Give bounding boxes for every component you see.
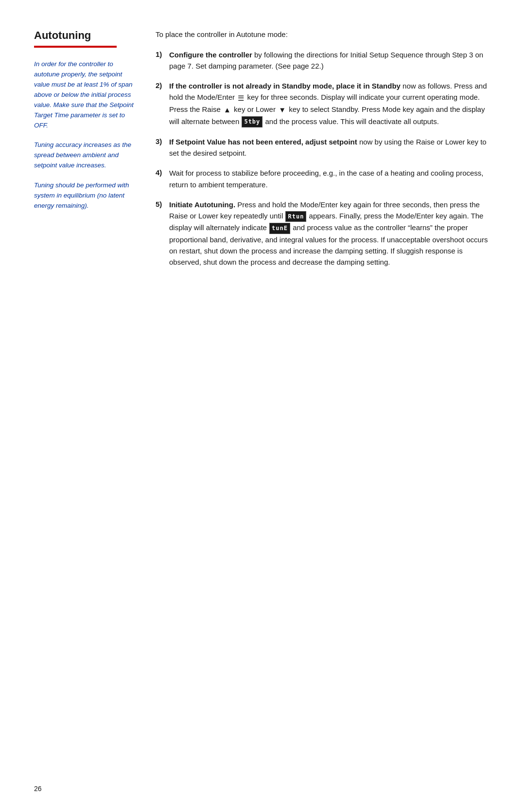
step-2: 2) If the controller is not already in S… — [156, 80, 491, 127]
title-underline — [34, 46, 117, 48]
step-1-bold: Configure the controller — [169, 51, 252, 59]
left-column: Autotuning In order for the controller t… — [34, 29, 151, 783]
steps-list: 1) Configure the controller by following… — [156, 49, 491, 268]
step-2-bold: If the controller is not already in Stan… — [169, 82, 401, 90]
section-title: Autotuning — [34, 29, 136, 42]
intro-text: To place the controller in Autotune mode… — [156, 29, 491, 40]
sidebar-note-3: Tuning should be performed with system i… — [34, 180, 136, 211]
page-number: 26 — [34, 785, 42, 793]
sidebar-note-1: In order for the controller to autotune … — [34, 59, 136, 130]
tune-display: tunE — [269, 223, 290, 234]
lower-icon: ▼ — [279, 104, 286, 115]
raise-icon: ▲ — [224, 104, 231, 115]
sidebar-note-2: Tuning accuracy increases as the spread … — [34, 140, 136, 171]
step-1-number: 1) — [156, 49, 169, 60]
step-1-content: Configure the controller by following th… — [169, 49, 491, 72]
step-2-content: If the controller is not already in Stan… — [169, 80, 491, 127]
step-3-content: If Setpoint Value has not been entered, … — [169, 136, 491, 159]
step-1: 1) Configure the controller by following… — [156, 49, 491, 72]
step-3: 3) If Setpoint Value has not been entere… — [156, 136, 491, 159]
step-3-bold: If Setpoint Value has not been entered, … — [169, 138, 357, 146]
step-2-number: 2) — [156, 80, 169, 91]
stby-display: 5tby — [242, 116, 262, 127]
step-4-content: Wait for process to stabilize before pro… — [169, 167, 491, 190]
step-5-number: 5) — [156, 199, 169, 210]
mode-enter-icon: ☰ — [238, 92, 244, 104]
atun-display: Rtun — [285, 211, 306, 222]
step-5: 5) Initiate Autotuning. Press and hold t… — [156, 199, 491, 268]
content-area: Autotuning In order for the controller t… — [34, 29, 491, 783]
step-4: 4) Wait for process to stabilize before … — [156, 167, 491, 190]
step-3-number: 3) — [156, 136, 169, 147]
step-5-content: Initiate Autotuning. Press and hold the … — [169, 199, 491, 268]
step-5-bold: Initiate Autotuning. — [169, 200, 235, 209]
page-container: Autotuning In order for the controller t… — [0, 0, 525, 812]
step-4-number: 4) — [156, 167, 169, 179]
right-column: To place the controller in Autotune mode… — [151, 29, 491, 783]
